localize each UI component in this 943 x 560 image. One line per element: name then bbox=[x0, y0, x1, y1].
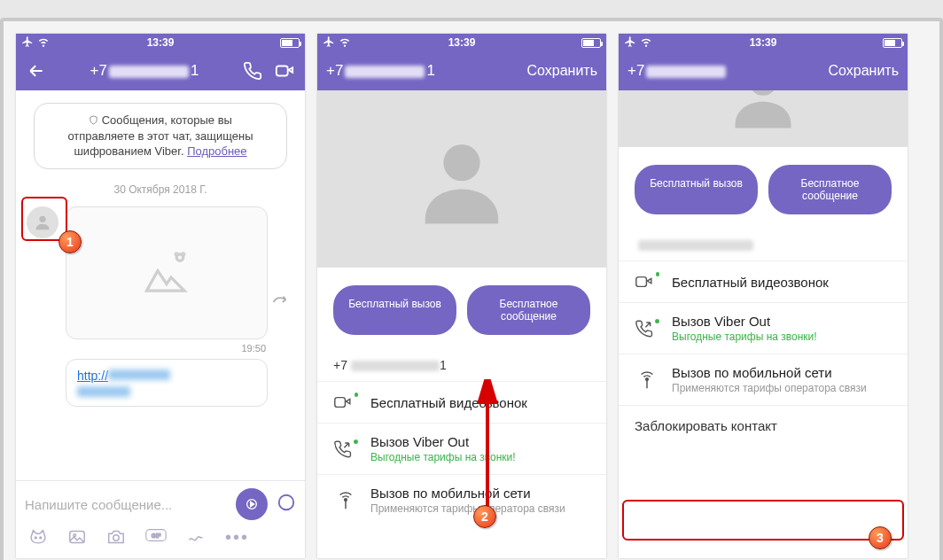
chat-body: Сообщения, которые вы отправляете в этот… bbox=[16, 90, 305, 558]
svg-point-6 bbox=[279, 495, 294, 510]
row-label-group: Вызов по мобильной сети Применяются тари… bbox=[370, 486, 565, 515]
call-icon[interactable] bbox=[241, 59, 264, 82]
row-sublabel: Применяются тарифы оператора связи bbox=[370, 502, 565, 515]
status-bar: 13:39 bbox=[16, 34, 305, 51]
row-label: Вызов Viber Out bbox=[370, 434, 516, 449]
antenna-icon bbox=[333, 491, 358, 510]
cellular-call-row[interactable]: Вызов по мобильной сети Применяются тари… bbox=[317, 474, 606, 525]
save-button[interactable]: Сохранить bbox=[828, 63, 899, 79]
viber-out-row[interactable]: Вызов Viber Out Выгодные тарифы на звонк… bbox=[317, 423, 606, 474]
clock-label: 13:39 bbox=[619, 36, 908, 49]
profile-title: +71 bbox=[326, 62, 435, 80]
profile-avatar[interactable] bbox=[619, 90, 908, 147]
avatar[interactable] bbox=[27, 206, 58, 238]
row-label-group: Вызов по мобильной сети Применяются тари… bbox=[672, 365, 867, 394]
row-label: Бесплатный видеозвонок bbox=[672, 275, 829, 290]
svg-rect-19 bbox=[636, 277, 647, 287]
profile-avatar[interactable] bbox=[317, 90, 606, 268]
svg-point-11 bbox=[113, 535, 119, 541]
redacted-number bbox=[638, 240, 753, 251]
learn-more-link[interactable]: Подробнее bbox=[187, 144, 246, 158]
camera-icon[interactable] bbox=[106, 527, 126, 551]
free-message-button[interactable]: Бесплатное сообщение bbox=[768, 165, 892, 214]
redacted-number bbox=[109, 66, 189, 78]
airplane-icon bbox=[624, 35, 636, 51]
video-icon[interactable] bbox=[273, 59, 296, 82]
wifi-icon bbox=[640, 35, 652, 51]
send-button[interactable] bbox=[236, 488, 268, 520]
action-pills: Бесплатный вызов Бесплатное сообщение bbox=[619, 147, 908, 232]
redacted-number bbox=[646, 66, 726, 78]
video-call-row[interactable]: Бесплатный видеозвонок bbox=[317, 381, 606, 423]
annotation-badge-3: 3 bbox=[869, 526, 892, 549]
status-bar: 13:39 bbox=[619, 34, 908, 51]
viber-out-row[interactable]: Вызов Viber Out Выгодные тарифы на звонк… bbox=[619, 302, 908, 354]
phone-number-label bbox=[619, 232, 908, 261]
svg-point-3 bbox=[175, 253, 177, 254]
message-time: 19:50 bbox=[66, 343, 266, 354]
image-attachment[interactable] bbox=[66, 206, 268, 339]
wifi-icon bbox=[339, 35, 351, 51]
wifi-icon bbox=[37, 35, 50, 51]
video-call-row[interactable]: Бесплатный видеозвонок bbox=[619, 261, 908, 302]
redacted-link bbox=[108, 369, 170, 380]
row-sublabel: Выгодные тарифы на звонки! bbox=[672, 331, 817, 343]
phone-out-icon bbox=[635, 319, 659, 338]
profile-body: Бесплатный вызов Бесплатное сообщение +7… bbox=[317, 90, 606, 558]
message-input[interactable]: Напишите сообщение... bbox=[25, 497, 227, 512]
row-sublabel: Выгодные тарифы на звонки! bbox=[370, 451, 516, 463]
profile-title: +7 bbox=[627, 62, 728, 80]
free-call-button[interactable]: Бесплатный вызов bbox=[635, 165, 758, 214]
cellular-call-row[interactable]: Вызов по мобильной сети Применяются тари… bbox=[619, 354, 908, 405]
svg-rect-0 bbox=[277, 66, 288, 76]
row-label: Вызов по мобильной сети bbox=[370, 486, 565, 501]
svg-rect-15 bbox=[335, 398, 346, 408]
row-sublabel: Применяются тарифы оператора связи bbox=[672, 382, 867, 394]
phone-screen-3: 13:39 +7 Сохранить Бесплатный вызов Бесп… bbox=[619, 34, 908, 558]
svg-point-16 bbox=[345, 498, 347, 501]
date-separator: 30 Октября 2018 Г. bbox=[16, 183, 305, 196]
svg-text:GIF: GIF bbox=[152, 533, 161, 539]
chat-title[interactable]: +71 bbox=[57, 62, 232, 80]
free-message-button[interactable]: Бесплатное сообщение bbox=[467, 285, 590, 335]
block-contact-row[interactable]: Заблокировать контакт bbox=[619, 405, 908, 446]
forward-icon[interactable] bbox=[270, 292, 290, 315]
antenna-icon bbox=[635, 370, 659, 390]
gif-icon[interactable]: GIF bbox=[145, 527, 167, 551]
gallery-icon[interactable] bbox=[67, 527, 87, 551]
battery-icon bbox=[883, 38, 902, 48]
status-bar: 13:39 bbox=[317, 34, 606, 51]
airplane-icon bbox=[21, 35, 34, 51]
free-call-button[interactable]: Бесплатный вызов bbox=[333, 285, 456, 335]
battery-icon bbox=[280, 38, 300, 48]
encryption-banner: Сообщения, которые вы отправляете в этот… bbox=[34, 103, 287, 169]
video-icon bbox=[635, 272, 659, 292]
row-label: Бесплатный видеозвонок bbox=[370, 395, 527, 410]
svg-point-18 bbox=[749, 90, 777, 96]
svg-point-1 bbox=[39, 215, 45, 222]
link-message[interactable]: http:// bbox=[66, 359, 268, 407]
composer: Напишите сообщение... GIF ••• bbox=[16, 480, 305, 558]
redacted-number bbox=[351, 361, 440, 371]
back-icon[interactable] bbox=[25, 59, 48, 82]
cat-sticker-icon[interactable] bbox=[28, 527, 48, 551]
redacted-number bbox=[345, 66, 425, 78]
phone-number-label: +71 bbox=[317, 353, 606, 381]
message-bubble[interactable]: 19:50 http:// bbox=[66, 206, 268, 407]
svg-point-20 bbox=[646, 377, 649, 380]
more-icon[interactable]: ••• bbox=[225, 527, 249, 551]
message-link[interactable]: http:// bbox=[77, 369, 170, 383]
row-label: Вызов по мобильной сети bbox=[672, 365, 867, 380]
video-icon bbox=[333, 393, 358, 412]
annotation-badge-2: 2 bbox=[473, 505, 496, 528]
doodle-icon[interactable] bbox=[186, 527, 206, 551]
svg-point-8 bbox=[40, 537, 42, 539]
tutorial-stage: 13:39 +71 Сообщения, bbox=[0, 18, 943, 560]
profile-navbar: +71 Сохранить bbox=[317, 51, 606, 90]
emoji-panel-icon[interactable] bbox=[277, 493, 296, 516]
shield-icon bbox=[89, 113, 102, 127]
airplane-icon bbox=[323, 35, 335, 51]
action-pills: Бесплатный вызов Бесплатное сообщение bbox=[317, 268, 606, 353]
save-button[interactable]: Сохранить bbox=[526, 63, 597, 79]
svg-point-7 bbox=[35, 537, 36, 539]
